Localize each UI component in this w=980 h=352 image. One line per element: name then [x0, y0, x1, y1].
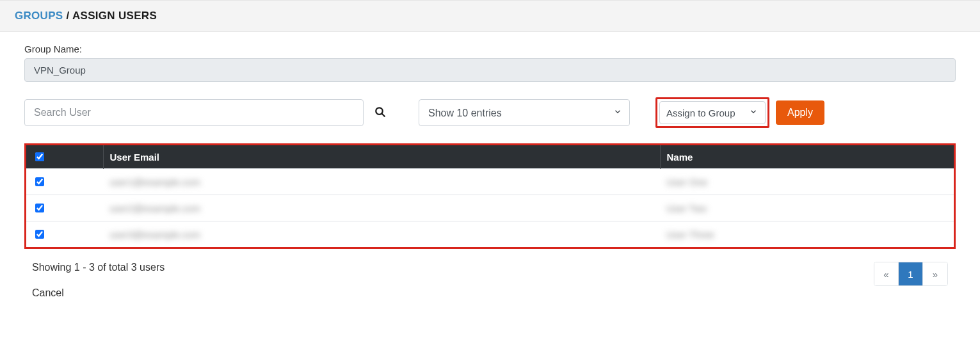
showing-count: Showing 1 - 3 of total 3 users	[32, 262, 165, 273]
pager-next[interactable]: »	[923, 262, 947, 285]
cell-user-email: user2@example.com	[109, 203, 200, 214]
action-select-highlight: Assign to Group	[655, 97, 769, 128]
action-select[interactable]: Assign to Group	[659, 101, 766, 124]
table-row: user2@example.com User Two	[26, 195, 954, 221]
cell-name: User Two	[666, 203, 707, 214]
users-table-highlight: User Email Name user1@example.com User O…	[24, 143, 956, 249]
row-checkbox[interactable]	[35, 230, 44, 239]
group-name-label: Group Name:	[24, 44, 956, 54]
cell-user-email: user1@example.com	[109, 177, 200, 188]
svg-line-1	[382, 113, 385, 116]
toolbar: Show 10 entries Assign to Group Apply	[24, 97, 956, 128]
cell-user-email: user3@example.com	[109, 229, 200, 240]
users-table: User Email Name user1@example.com User O…	[26, 145, 954, 247]
breadcrumb-separator: /	[67, 10, 70, 22]
table-row: user3@example.com User Three	[26, 221, 954, 248]
cell-name: User Three	[666, 229, 714, 240]
header-name: Name	[660, 145, 954, 169]
breadcrumb-current: ASSIGN USERS	[72, 10, 157, 22]
breadcrumb-groups-link[interactable]: GROUPS	[15, 10, 63, 22]
search-input[interactable]	[24, 99, 364, 126]
row-checkbox[interactable]	[35, 204, 44, 212]
entries-select[interactable]: Show 10 entries	[419, 99, 630, 126]
cell-name: User One	[666, 177, 707, 188]
cancel-link[interactable]: Cancel	[32, 287, 64, 299]
select-all-checkbox[interactable]	[35, 152, 44, 161]
group-name-field	[24, 58, 956, 82]
breadcrumb: GROUPS / ASSIGN USERS	[0, 0, 980, 32]
apply-button[interactable]: Apply	[776, 100, 824, 125]
pager-prev[interactable]: «	[874, 262, 899, 285]
row-checkbox[interactable]	[35, 177, 44, 186]
table-row: user1@example.com User One	[26, 169, 954, 195]
pagination: « 1 »	[874, 262, 948, 286]
search-button[interactable]	[367, 99, 393, 126]
pager-page-1[interactable]: 1	[899, 262, 923, 285]
header-user-email: User Email	[103, 145, 660, 169]
search-icon	[374, 106, 386, 120]
header-select-all	[26, 145, 103, 169]
